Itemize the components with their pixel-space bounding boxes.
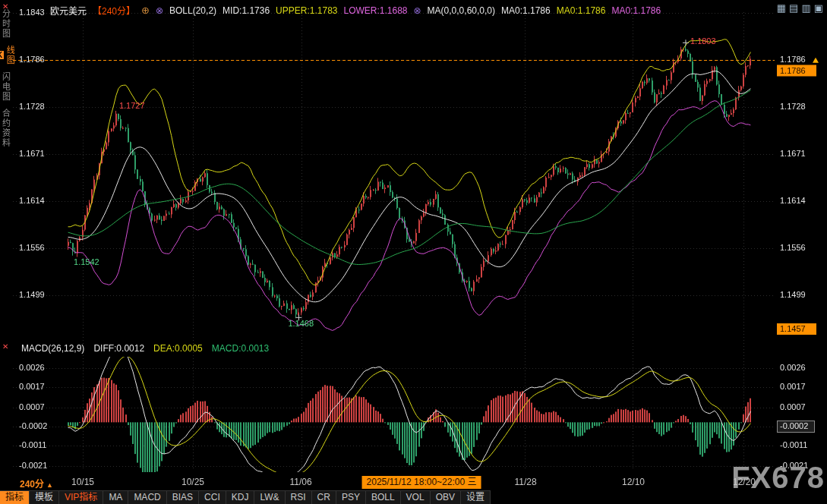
boll-upper-value: UPPER:1.1783 bbox=[276, 5, 337, 16]
layout-rows-icon[interactable]: ▥ bbox=[801, 3, 810, 13]
toolbar-item-cr[interactable]: CR bbox=[312, 490, 336, 504]
toolbar-item-kdj[interactable]: KDJ bbox=[226, 490, 255, 504]
timeframe-label: 240分 bbox=[20, 479, 44, 490]
close-macd-panel-icon[interactable]: ✕ bbox=[2, 342, 8, 351]
time-tick-4: 11/28 bbox=[514, 477, 536, 487]
boll-remove-icon[interactable]: ⊗ bbox=[156, 5, 163, 16]
bottom-toolbar: 指标 模板 VIP指标 MA MACD BIAS CCI KDJ LW& RSI… bbox=[0, 490, 491, 504]
layout-switcher: ▦ ▤ ▥ ▣ bbox=[777, 3, 823, 13]
time-tick-1: 10/15 bbox=[71, 477, 94, 487]
toolbar-item-vip-indicator[interactable]: VIP指标 bbox=[59, 490, 103, 504]
dropdown-arrow-icon: ▲ bbox=[46, 481, 53, 489]
symbol-title: 欧元美元 bbox=[50, 4, 87, 17]
time-axis: 240分▲ 10/15 10/25 11/06 2025/11/12 18:00… bbox=[0, 475, 827, 490]
ma-value-3: MA0:1.1786 bbox=[611, 5, 661, 16]
period-tag[interactable]: 【240分】 bbox=[93, 4, 135, 17]
toolbar-item-template[interactable]: 模板 bbox=[30, 490, 59, 504]
ma-label: MA(0,0,0,60,0,0) bbox=[428, 5, 495, 16]
sidebar: 分时图 K 线图 闪电图 合约资料 bbox=[0, 9, 11, 148]
time-tick-2: 10/25 bbox=[181, 477, 204, 487]
time-tick-3: 11/06 bbox=[289, 477, 311, 487]
kline-label: 线图 bbox=[4, 46, 16, 65]
ma-value-1: MA0:1.1786 bbox=[501, 5, 551, 16]
toolbar-item-boll[interactable]: BOLL bbox=[366, 490, 401, 504]
ma-remove-icon[interactable]: ⊗ bbox=[414, 5, 421, 16]
macd-params: MACD(26,12,9) bbox=[21, 343, 84, 354]
toolbar-item-cci[interactable]: CCI bbox=[199, 490, 226, 504]
sidebar-item-lightning-chart[interactable]: 闪电图 bbox=[0, 72, 12, 102]
selected-candle-time: 2025/11/12 18:00~22:00 三 bbox=[362, 476, 481, 489]
toolbar-item-obv[interactable]: OBV bbox=[431, 490, 461, 504]
close-chart-icon[interactable]: ✕ bbox=[2, 2, 8, 11]
time-tick-5: 12/10 bbox=[622, 477, 645, 487]
layout-grid-icon[interactable]: ▦ bbox=[777, 3, 786, 13]
chart-canvas[interactable] bbox=[11, 0, 827, 475]
toolbar-item-rsi[interactable]: RSI bbox=[286, 490, 312, 504]
toolbar-item-vol[interactable]: VOL bbox=[401, 490, 431, 504]
add-indicator-icon[interactable]: ⊕ bbox=[141, 5, 150, 16]
toolbar-item-bias[interactable]: BIAS bbox=[167, 490, 199, 504]
toolbar-item-settings[interactable]: 设置 bbox=[461, 490, 491, 504]
timeframe-selector[interactable]: 240分▲ bbox=[20, 477, 53, 490]
toolbar-item-psy[interactable]: PSY bbox=[336, 490, 366, 504]
toolbar-item-ma[interactable]: MA bbox=[103, 490, 128, 504]
boll-lower-value: LOWER:1.1688 bbox=[344, 5, 408, 16]
boll-label: BOLL(20,2) bbox=[169, 5, 216, 16]
macd-dea-value: DEA:0.0005 bbox=[153, 343, 203, 354]
fx678-chart-app: ✕ 欧元美元 【240分】 ⊕ ⊗ BOLL(20,2) MID:1.1736 … bbox=[0, 0, 827, 504]
toolbar-item-indicator[interactable]: 指标 bbox=[0, 490, 30, 504]
sidebar-item-kline-chart[interactable]: K 线图 bbox=[0, 46, 16, 65]
time-tick-6: 12/20 bbox=[733, 477, 756, 487]
macd-macd-value: MACD:0.0013 bbox=[212, 343, 269, 354]
macd-header: MACD(26,12,9) DIFF:0.0012 DEA:0.0005 MAC… bbox=[21, 343, 269, 354]
layout-single-icon[interactable]: ▣ bbox=[814, 3, 823, 13]
boll-mid-value: MID:1.1736 bbox=[223, 5, 270, 16]
chart-header: 欧元美元 【240分】 ⊕ ⊗ BOLL(20,2) MID:1.1736 UP… bbox=[50, 4, 661, 17]
sidebar-item-time-chart[interactable]: 分时图 bbox=[0, 9, 12, 39]
toolbar-item-macd[interactable]: MACD bbox=[128, 490, 166, 504]
toolbar-item-lwr[interactable]: LW& bbox=[254, 490, 285, 504]
sidebar-item-contract-info[interactable]: 合约资料 bbox=[0, 109, 12, 148]
layout-columns-icon[interactable]: ▤ bbox=[789, 3, 798, 13]
ma-value-2: MA0:1.1786 bbox=[557, 5, 606, 16]
macd-diff-value: DIFF:0.0012 bbox=[93, 343, 144, 354]
